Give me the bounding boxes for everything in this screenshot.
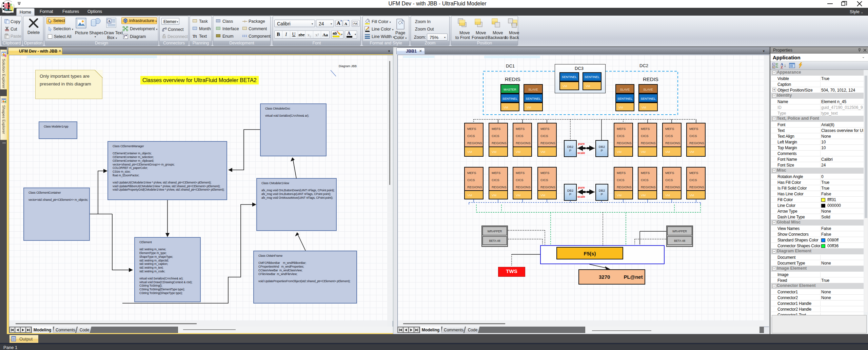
svg-text:A: A (108, 19, 111, 23)
svg-text:+: + (773, 66, 774, 69)
svg-text:+: + (773, 63, 774, 65)
